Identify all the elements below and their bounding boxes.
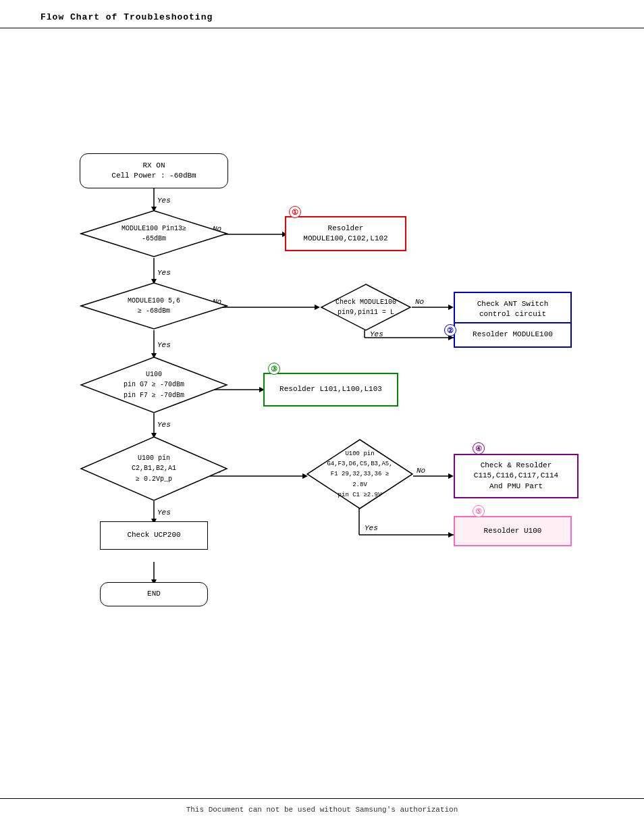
diamond-u100-g7f7-label: U100 pin G7 ≥ -70dBm pin F7 ≥ -70dBm xyxy=(124,369,184,400)
svg-text:Yes: Yes xyxy=(365,524,378,532)
resolder-1-box: Resolder MODULE100,C102,L102 xyxy=(285,216,406,251)
flowchart-area: Yes Yes No Yes No No Yes xyxy=(0,28,644,771)
circle-4: ④ xyxy=(473,442,485,454)
footer-text: This Document can not be used without Sa… xyxy=(186,806,458,814)
svg-marker-39 xyxy=(448,532,454,538)
resolder-module100-label: Resolder MODULE100 xyxy=(473,330,553,340)
svg-text:Yes: Yes xyxy=(157,509,171,517)
circle-5: ⑤ xyxy=(473,505,485,517)
svg-text:No: No xyxy=(417,467,425,475)
end-label: END xyxy=(147,589,161,599)
svg-text:Yes: Yes xyxy=(157,197,171,205)
page-header: Flow Chart of Troubleshooting xyxy=(0,0,644,28)
rx-on-box: RX ON Cell Power : -60dBm xyxy=(80,153,228,188)
rx-on-label: RX ON Cell Power : -60dBm xyxy=(111,161,196,182)
diamond-u100-g4f3-label: U100 pin G4,F3,D6,C5,B3,A5, F1 29,32,33,… xyxy=(327,448,392,500)
check-resolder-box: Check & Resolder C115,C116,C117,C114 And… xyxy=(454,454,579,498)
diamond-check-module100-label: Check MODULE100 pin9,pin11 = L xyxy=(336,297,396,318)
diamond-u100-c2b1: U100 pin C2,B1,B2,A1 ≥ 0.2Vp_p xyxy=(80,436,228,502)
page-title: Flow Chart of Troubleshooting xyxy=(41,12,213,22)
svg-text:Yes: Yes xyxy=(157,421,171,429)
resolder-l101-label: Resolder L101,L100,L103 xyxy=(279,384,382,394)
page-footer: This Document can not be used without Sa… xyxy=(0,798,644,814)
diamond-u100-g7f7: U100 pin G7 ≥ -70dBm pin F7 ≥ -70dBm xyxy=(80,356,228,414)
resolder-l101-box: Resolder L101,L100,L103 xyxy=(263,373,398,407)
diamond-module100-56: MODULE100 5,6 ≥ -68dBm xyxy=(80,282,228,330)
resolder-module100-box: Resolder MODULE100 xyxy=(454,322,572,348)
resolder-1-label: Resolder MODULE100,C102,L102 xyxy=(303,224,387,244)
resolder-u100-label: Resolder U100 xyxy=(484,526,542,536)
end-box: END xyxy=(100,582,208,606)
circle-3: ③ xyxy=(268,363,280,375)
svg-text:No: No xyxy=(415,298,424,306)
svg-text:Yes: Yes xyxy=(157,269,171,277)
circle-1: ① xyxy=(289,206,301,218)
diamond-module100-56-label: MODULE100 5,6 ≥ -68dBm xyxy=(128,296,180,317)
check-ucp200-label: Check UCP200 xyxy=(127,530,180,540)
resolder-u100-box: Resolder U100 xyxy=(454,516,572,546)
diamond-check-module100: Check MODULE100 pin9,pin11 = L xyxy=(320,283,412,332)
svg-text:Yes: Yes xyxy=(157,341,171,349)
check-ucp200-box: Check UCP200 xyxy=(100,521,208,550)
check-resolder-label: Check & Resolder C115,C116,C117,C114 And… xyxy=(474,461,558,492)
diamond-module100-pin13: MODULE100 Pin13≥ -65dBm xyxy=(80,209,228,258)
svg-marker-16 xyxy=(448,305,454,310)
svg-marker-35 xyxy=(448,473,454,479)
check-ant-label: Check ANT Switch control circuit xyxy=(477,299,549,320)
circle-2: ② xyxy=(444,324,456,336)
svg-marker-13 xyxy=(315,305,320,310)
diamond-module100-pin13-label: MODULE100 Pin13≥ -65dBm xyxy=(122,224,186,244)
diamond-u100-g4f3: U100 pin G4,F3,D6,C5,B3,A5, F1 29,32,33,… xyxy=(306,438,414,510)
diamond-u100-c2b1-label: U100 pin C2,B1,B2,A1 ≥ 0.2Vp_p xyxy=(132,453,176,484)
